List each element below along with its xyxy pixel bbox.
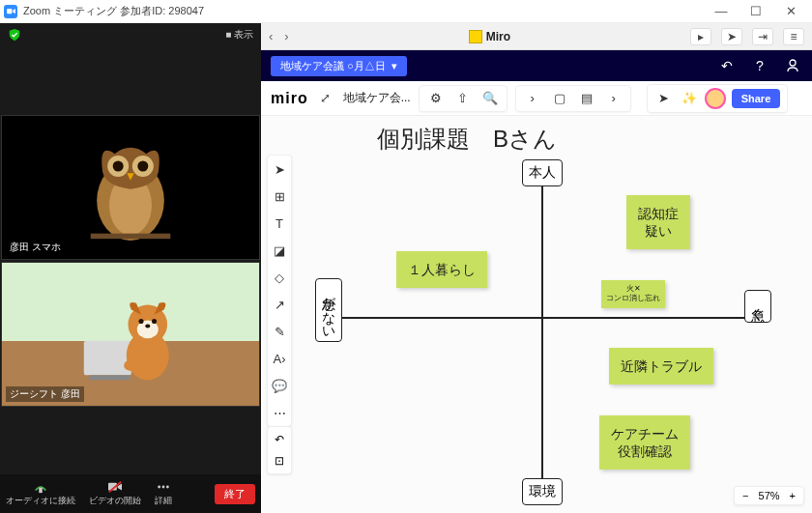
svg-rect-7 bbox=[91, 233, 171, 239]
help-button[interactable]: ? bbox=[750, 56, 769, 75]
sticky-note[interactable]: 近隣トラブル bbox=[609, 348, 713, 385]
chevron-down-icon: ▾ bbox=[392, 60, 397, 72]
svg-point-21 bbox=[162, 486, 165, 489]
frames-tool[interactable]: ⊡ bbox=[275, 454, 284, 468]
zoom-out-button[interactable]: − bbox=[742, 490, 748, 501]
svg-point-20 bbox=[158, 486, 160, 489]
cursor-share-icon[interactable]: ➤ bbox=[654, 89, 674, 108]
svg-rect-9 bbox=[89, 375, 130, 380]
list-icon[interactable]: ▤ bbox=[577, 89, 596, 108]
audio-button[interactable]: オーディオに接続 bbox=[6, 480, 75, 507]
owl-avatar bbox=[77, 125, 184, 250]
left-toolbar-2: ↶ ⊡ bbox=[267, 426, 292, 474]
video-button[interactable]: ビデオの開始 bbox=[89, 480, 141, 507]
board-chip[interactable]: 地域ケア会議 ○月△日▾ bbox=[271, 56, 407, 76]
end-button[interactable]: 終了 bbox=[215, 484, 255, 504]
svg-rect-0 bbox=[7, 9, 12, 14]
axis-label-bottom[interactable]: 環境 bbox=[522, 478, 563, 505]
sticky-note[interactable]: １人暮らし bbox=[396, 251, 487, 288]
zoom-level[interactable]: 57% bbox=[759, 490, 780, 501]
search-icon[interactable]: 🔍 bbox=[480, 89, 500, 108]
zoom-app-icon bbox=[4, 5, 17, 18]
pen-tool[interactable]: ✎ bbox=[272, 324, 287, 339]
select-tool[interactable]: ➤ bbox=[272, 161, 287, 177]
shape-tool[interactable]: ◇ bbox=[272, 270, 287, 285]
svg-point-14 bbox=[152, 318, 157, 323]
miro-canvas[interactable]: ➤ ⊞ T ◪ ◇ ↗ ✎ A› 💬 ⋯ ↶ ⊡ 個別課題 Bさん bbox=[261, 116, 812, 513]
browser-panel: ‹ › Miro ▸ ➤ ⇥ ≡ 地域ケア会議 ○月△日▾ ↶ ? miro bbox=[261, 23, 812, 513]
sticky-note[interactable]: 認知症 疑い bbox=[626, 195, 690, 249]
svg-rect-17 bbox=[39, 488, 43, 493]
left-toolbar: ➤ ⊞ T ◪ ◇ ↗ ✎ A› 💬 ⋯ bbox=[267, 155, 292, 427]
svg-point-15 bbox=[145, 324, 150, 328]
view-button[interactable]: ■ 表示 bbox=[225, 28, 253, 42]
chevron-icon[interactable]: › bbox=[604, 89, 624, 108]
present-icon[interactable]: ▢ bbox=[550, 89, 569, 108]
svg-rect-8 bbox=[84, 340, 131, 375]
cast-button[interactable]: ⇥ bbox=[752, 28, 773, 45]
svg-point-5 bbox=[113, 160, 124, 171]
undo-tool[interactable]: ↶ bbox=[275, 433, 284, 446]
axis-label-right[interactable]: 急ぐ bbox=[744, 290, 771, 323]
svg-point-16 bbox=[124, 359, 138, 371]
share-button[interactable]: Share bbox=[732, 89, 781, 108]
board-name[interactable]: 地域ケア会... bbox=[343, 90, 411, 106]
text-tool[interactable]: T bbox=[272, 215, 287, 231]
participant-video[interactable]: ジーシフト 彦田 bbox=[1, 262, 260, 407]
axis-horizontal[interactable] bbox=[338, 317, 754, 319]
template-tool[interactable]: ⊞ bbox=[272, 188, 287, 204]
browser-tabbar: ‹ › Miro ▸ ➤ ⇥ ≡ bbox=[261, 23, 812, 50]
reactions-icon[interactable]: ✨ bbox=[680, 89, 699, 108]
font-tool[interactable]: A› bbox=[272, 351, 287, 366]
axis-label-top[interactable]: 本人 bbox=[522, 159, 563, 186]
sticky-tool[interactable]: ◪ bbox=[272, 242, 287, 258]
participant-name: 彦田 スマホ bbox=[6, 240, 65, 255]
sticky-note[interactable]: 火✕ コンロ消し忘れ bbox=[601, 280, 665, 308]
export-icon[interactable]: ⇧ bbox=[453, 89, 473, 108]
miro-toolbar: miro ⤢ 地域ケア会... ⚙ ⇧ 🔍 › ▢ ▤ › ➤ ✨ bbox=[261, 81, 812, 116]
line-tool[interactable]: ↗ bbox=[272, 297, 287, 312]
miro-logo[interactable]: miro bbox=[271, 90, 308, 107]
dog-avatar bbox=[77, 271, 184, 397]
svg-point-23 bbox=[790, 60, 796, 66]
more-button[interactable]: 詳細 bbox=[155, 480, 172, 507]
axis-label-left[interactable]: 急がない bbox=[315, 278, 342, 342]
participant-name: ジーシフト 彦田 bbox=[6, 386, 84, 402]
user-avatar[interactable] bbox=[705, 88, 726, 109]
ext-button[interactable]: ▸ bbox=[690, 28, 711, 45]
sticky-note[interactable]: ケアチーム 役割確認 bbox=[599, 415, 690, 470]
window-titlebar: Zoom ミーティング 参加者ID: 298047 — ☐ ✕ bbox=[0, 0, 812, 23]
window-title: Zoom ミーティング 参加者ID: 298047 bbox=[23, 4, 204, 18]
zoom-in-button[interactable]: + bbox=[790, 490, 796, 501]
svg-point-6 bbox=[137, 160, 148, 171]
minimize-button[interactable]: — bbox=[704, 0, 739, 23]
svg-point-13 bbox=[138, 318, 143, 323]
menu-button[interactable]: ≡ bbox=[783, 28, 804, 45]
comment-tool[interactable]: 💬 bbox=[272, 378, 287, 393]
tab-title[interactable]: Miro bbox=[469, 30, 510, 43]
profile-button[interactable] bbox=[783, 56, 802, 75]
axis-vertical[interactable] bbox=[541, 179, 543, 498]
undo-button[interactable]: ↶ bbox=[717, 56, 737, 75]
send-button[interactable]: ➤ bbox=[721, 28, 742, 45]
maximize-button[interactable]: ☐ bbox=[739, 0, 773, 23]
zoom-control: − 57% + bbox=[734, 486, 804, 505]
svg-point-22 bbox=[166, 486, 169, 489]
miro-favicon bbox=[469, 30, 482, 43]
zoom-panel: ■ 表示 彦田 スマホ bbox=[0, 23, 261, 513]
more-tool[interactable]: ⋯ bbox=[272, 405, 287, 420]
close-button[interactable]: ✕ bbox=[773, 0, 808, 23]
back-button[interactable]: ‹ bbox=[269, 29, 273, 43]
chevron-icon[interactable]: › bbox=[523, 89, 542, 108]
forward-button[interactable]: › bbox=[284, 29, 288, 43]
shield-icon[interactable] bbox=[8, 28, 21, 42]
participant-video[interactable]: 彦田 スマホ bbox=[1, 115, 260, 260]
settings-icon[interactable]: ⚙ bbox=[426, 89, 446, 108]
expand-icon[interactable]: ⤢ bbox=[316, 89, 335, 108]
miro-topbar: 地域ケア会議 ○月△日▾ ↶ ? bbox=[261, 50, 812, 81]
canvas-title[interactable]: 個別課題 Bさん bbox=[377, 124, 557, 155]
